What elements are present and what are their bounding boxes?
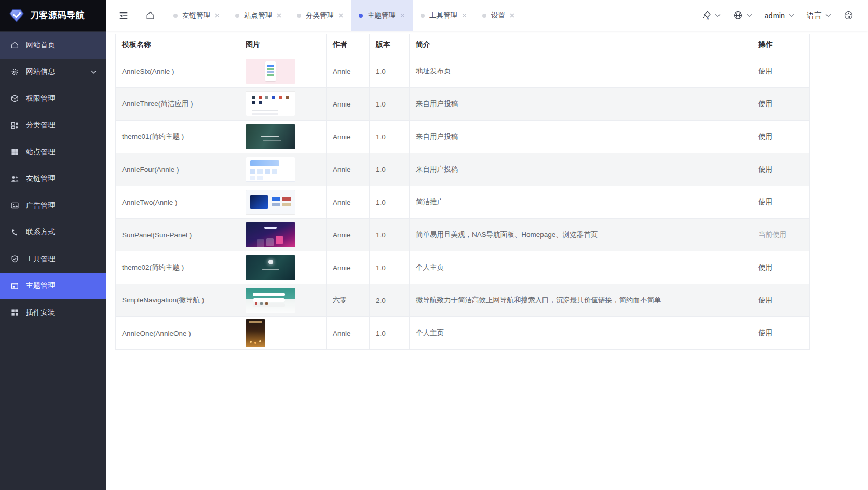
template-description: 来自用户投稿 [410, 153, 752, 186]
tab-label: 主题管理 [368, 11, 396, 20]
skin-brush-dropdown[interactable]: A [701, 10, 721, 20]
skin-brush-icon: A [701, 10, 711, 20]
template-thumbnail [246, 91, 295, 116]
template-description: 个人主页 [410, 317, 752, 350]
close-icon[interactable] [215, 13, 220, 18]
col-header-version: 版本 [370, 34, 410, 55]
template-version: 1.0 [370, 121, 410, 153]
tab-sites[interactable]: 站点管理 [227, 0, 289, 31]
template-author: Annie [327, 219, 370, 251]
table-row: AnnieFour(Annie ) Annie 1.0 来自用户投稿 使用 [116, 153, 810, 186]
table-row: theme02(简约主题 ) Annie 1.0 个人主页 使用 [116, 251, 810, 284]
template-name: AnnieThree(简洁应用 ) [116, 88, 239, 121]
sidebar-item-site-info[interactable]: 网站信息 [0, 59, 106, 86]
template-description: 来自用户投稿 [410, 88, 752, 121]
layout-icon [10, 282, 19, 290]
tab-dot [421, 14, 425, 18]
sidebar-item-categories[interactable]: 分类管理 [0, 112, 106, 139]
close-icon[interactable] [338, 13, 343, 18]
sidebar-item-label: 工具管理 [26, 255, 55, 264]
tab-dot [235, 14, 239, 18]
template-author: 六零 [327, 284, 370, 317]
template-name: SimpleNavigation(微导航 ) [116, 284, 239, 317]
topbar-actions: A admin 语言 [701, 10, 868, 20]
use-button[interactable]: 使用 [758, 100, 772, 108]
template-name: AnnieOne(AnnieOne ) [116, 317, 239, 350]
sidebar-item-label: 友链管理 [26, 174, 55, 183]
table-row: AnnieOne(AnnieOne ) Annie 1.0 个人主页 使用 [116, 317, 810, 350]
table-row: AnnieSix(Annie ) Annie 1.0 地址发布页 使用 [116, 55, 810, 88]
sidebar-item-home[interactable]: 网站首页 [0, 32, 106, 59]
breadcrumb-home-icon[interactable] [145, 10, 155, 20]
current-use-label: 当前使用 [758, 231, 786, 239]
use-button[interactable]: 使用 [758, 165, 772, 173]
gem-logo-icon [8, 8, 25, 23]
home-icon [10, 41, 19, 49]
tab-dot [359, 14, 363, 18]
template-thumbnail [246, 190, 295, 215]
globe-dropdown[interactable] [733, 10, 752, 20]
sidebar-item-label: 网站信息 [26, 67, 55, 76]
sidebar-item-friend-links[interactable]: 友链管理 [0, 166, 106, 193]
use-button[interactable]: 使用 [758, 133, 772, 140]
use-button[interactable]: 使用 [758, 263, 772, 271]
close-icon[interactable] [462, 13, 467, 18]
tab-settings[interactable]: 设置 [474, 0, 522, 31]
template-author: Annie [327, 153, 370, 186]
chevron-down-icon [825, 14, 831, 17]
template-version: 1.0 [370, 55, 410, 88]
sidebar-item-plugins[interactable]: 插件安装 [0, 299, 106, 326]
sidebar-nav: 网站首页 网站信息 权限管理 分类管理 站点管理 友链管理 [0, 31, 106, 326]
tab-friend-links[interactable]: 友链管理 [166, 0, 227, 31]
tab-tools[interactable]: 工具管理 [413, 0, 474, 31]
app-root: 刀客源码导航 网站首页 网站信息 权限管理 分类管理 站点管理 [0, 0, 868, 490]
cube-icon [10, 94, 19, 103]
table-row: SimpleNavigation(微导航 ) 六零 2.0 微导航致力于简洁高效… [116, 284, 810, 317]
use-button[interactable]: 使用 [758, 67, 772, 75]
close-icon[interactable] [277, 13, 281, 18]
template-thumbnail [246, 255, 295, 280]
template-name: AnnieFour(Annie ) [116, 153, 239, 186]
sidebar-item-permissions[interactable]: 权限管理 [0, 85, 106, 112]
tab-themes[interactable]: 主题管理 [351, 0, 413, 31]
sidebar-item-tools[interactable]: 工具管理 [0, 246, 106, 273]
tab-categories[interactable]: 分类管理 [289, 0, 351, 31]
template-description: 地址发布页 [410, 55, 752, 88]
use-button[interactable]: 使用 [758, 329, 772, 337]
tab-label: 分类管理 [306, 11, 334, 20]
tab-dot [297, 14, 301, 18]
use-button[interactable]: 使用 [758, 296, 772, 304]
template-name: SunPanel(Sun-Panel ) [116, 219, 239, 251]
close-icon[interactable] [400, 13, 405, 18]
menu-fold-icon[interactable] [118, 11, 129, 20]
close-icon[interactable] [510, 13, 514, 18]
sidebar-item-label: 联系方式 [26, 228, 55, 237]
table-row: theme01(简约主题 ) Annie 1.0 来自用户投稿 使用 [116, 121, 810, 153]
table-header-row: 模板名称 图片 作者 版本 简介 操作 [116, 34, 810, 55]
windows-icon [10, 148, 19, 156]
image-icon [10, 201, 19, 210]
globe-icon [733, 10, 743, 20]
template-version: 1.0 [370, 186, 410, 219]
sidebar-item-themes[interactable]: 主题管理 [0, 273, 106, 300]
template-name: AnnieTwo(Annie ) [116, 186, 239, 219]
template-name: theme02(简约主题 ) [116, 251, 239, 284]
sidebar-item-sites[interactable]: 站点管理 [0, 139, 106, 166]
sidebar-item-label: 分类管理 [26, 121, 55, 130]
user-dropdown[interactable]: admin [765, 11, 795, 20]
app-logo[interactable]: 刀客源码导航 [0, 0, 106, 31]
language-dropdown[interactable]: 语言 [807, 10, 831, 20]
tab-bar: 友链管理 站点管理 分类管理 主题管理 工具管理 [166, 0, 522, 31]
app-title: 刀客源码导航 [30, 9, 85, 21]
language-label: 语言 [807, 10, 822, 20]
sidebar-item-ads[interactable]: 广告管理 [0, 192, 106, 219]
template-version: 1.0 [370, 153, 410, 186]
sidebar: 刀客源码导航 网站首页 网站信息 权限管理 分类管理 站点管理 [0, 0, 106, 490]
chevron-down-icon [747, 14, 752, 17]
sidebar-item-contact[interactable]: 联系方式 [0, 219, 106, 246]
table-row: AnnieTwo(Annie ) Annie 1.0 简洁推广 使用 [116, 186, 810, 219]
palette-icon[interactable] [844, 10, 853, 20]
template-thumbnail [246, 288, 295, 313]
use-button[interactable]: 使用 [758, 198, 772, 206]
template-author: Annie [327, 251, 370, 284]
